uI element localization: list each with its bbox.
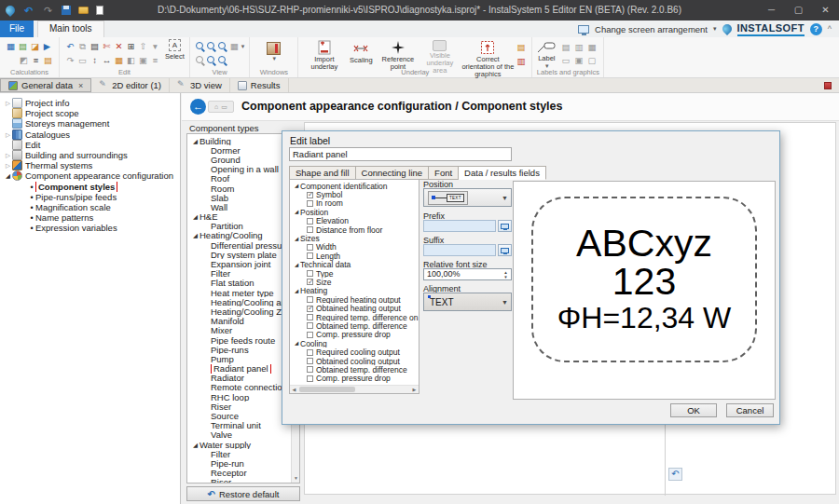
- tab-connecting-line[interactable]: Connecting line: [356, 166, 430, 180]
- graphic-tool-icon[interactable]: ▣: [572, 54, 585, 66]
- file-menu-button[interactable]: File: [0, 20, 34, 37]
- change-screen-arrangement-button[interactable]: Change screen arrangement: [595, 24, 708, 34]
- position-dropdown[interactable]: TEXT ▼: [423, 188, 512, 207]
- tab-font[interactable]: Font: [429, 166, 459, 180]
- tab-3d-view[interactable]: 3D view: [170, 78, 230, 92]
- expander-icon[interactable]: [293, 235, 300, 243]
- alignment-dropdown[interactable]: TEXT ▼: [423, 293, 512, 311]
- component-type-item[interactable]: Receptor: [187, 469, 291, 478]
- close-button[interactable]: ✕: [812, 0, 839, 20]
- tab-data-results-fields[interactable]: Data / results fields: [459, 166, 546, 180]
- data-field-item[interactable]: Technical data: [290, 261, 419, 269]
- cancel-button[interactable]: Cancel: [726, 403, 774, 417]
- checkbox[interactable]: [307, 306, 313, 312]
- spinner-arrows-icon[interactable]: ▲▼: [502, 269, 510, 279]
- scaling-button[interactable]: Scaling: [345, 39, 377, 67]
- import-underlay-button[interactable]: Import underlay: [303, 39, 345, 67]
- select-button[interactable]: A Select: [165, 39, 185, 67]
- paste-icon[interactable]: ▤: [89, 40, 101, 52]
- component-type-item[interactable]: Expansion joint: [187, 259, 291, 268]
- expander-icon[interactable]: [4, 161, 12, 170]
- prefix-input[interactable]: [423, 220, 496, 232]
- windows-dropdown-icon[interactable]: ▾: [273, 55, 277, 62]
- nav-tree-item[interactable]: Component appearance configuration: [0, 170, 180, 181]
- nav-tree-item[interactable]: Expression variables: [0, 223, 180, 233]
- scroll-down-icon[interactable]: ▼: [292, 474, 300, 483]
- component-type-item[interactable]: Mixer: [187, 326, 291, 335]
- collapse-ribbon-button[interactable]: ^: [828, 24, 832, 34]
- checkbox[interactable]: [307, 358, 313, 364]
- scroll-left-icon[interactable]: ◀: [290, 386, 298, 393]
- flip-vertical-icon[interactable]: ↕: [89, 54, 101, 66]
- zoom-window-icon[interactable]: [217, 41, 228, 52]
- calculations-icon[interactable]: ▦: [5, 40, 17, 52]
- frame-icon[interactable]: ▭: [76, 54, 89, 66]
- nav-tree-item[interactable]: Thermal systems: [0, 160, 180, 170]
- component-type-item[interactable]: Roof: [187, 174, 291, 184]
- component-type-item[interactable]: Heat meter type: [187, 288, 291, 297]
- label-button[interactable]: Label ▾: [537, 39, 556, 67]
- component-type-item[interactable]: Heating/Cooling area: [187, 297, 291, 306]
- graphic-tool-icon[interactable]: ▦: [585, 41, 598, 53]
- component-type-item[interactable]: Source: [187, 411, 291, 420]
- view-more-icon[interactable]: ▾: [241, 43, 245, 50]
- back-button[interactable]: [190, 99, 206, 115]
- component-type-item[interactable]: Dormer: [187, 145, 291, 155]
- help-button[interactable]: ?: [810, 23, 822, 35]
- data-field-item[interactable]: Type: [290, 269, 419, 278]
- checkbox[interactable]: [307, 375, 313, 382]
- checkbox[interactable]: [307, 244, 313, 251]
- nav-tree-item[interactable]: Building and surroundings: [0, 150, 180, 160]
- component-type-item[interactable]: Opening in a wall: [187, 165, 291, 174]
- compare-icon[interactable]: ≡: [30, 54, 42, 66]
- redo-icon[interactable]: ↷: [64, 54, 76, 66]
- nav-tree-item[interactable]: Magnification scale: [0, 202, 180, 212]
- data-field-item[interactable]: Width: [290, 243, 419, 252]
- checkbox[interactable]: [307, 270, 313, 277]
- component-type-item[interactable]: Manifold: [187, 317, 291, 326]
- data-field-item[interactable]: Required temp. difference on: [290, 313, 419, 321]
- prefix-expression-button[interactable]: [498, 220, 512, 232]
- scroll-right-icon[interactable]: ▶: [410, 386, 419, 393]
- run-calculation-icon[interactable]: ▶: [41, 40, 53, 52]
- layers-icon[interactable]: ≡: [149, 54, 161, 66]
- data-field-item[interactable]: Position: [290, 208, 419, 216]
- component-type-item[interactable]: RHC loop: [187, 392, 291, 402]
- expander-icon[interactable]: [191, 441, 199, 449]
- graphic-tool-icon[interactable]: ▤: [559, 41, 571, 53]
- flip-horizontal-icon[interactable]: ↔: [101, 54, 113, 66]
- checkbox[interactable]: [307, 200, 313, 207]
- checkbox[interactable]: [307, 226, 313, 233]
- label-name-input[interactable]: Radiant panel: [289, 147, 512, 161]
- maximize-button[interactable]: ▢: [785, 0, 812, 20]
- graphic-tool-icon[interactable]: ▥: [572, 41, 585, 53]
- data-field-item[interactable]: Component identification: [290, 182, 419, 190]
- data-field-item[interactable]: Required heating output: [290, 295, 419, 304]
- component-type-item[interactable]: Remote connection: [187, 383, 291, 392]
- expander-icon[interactable]: [4, 99, 12, 107]
- component-type-item[interactable]: Dry system plate: [187, 250, 291, 259]
- graphic-tool-icon[interactable]: ▭: [559, 54, 571, 66]
- data-field-item[interactable]: Heating: [290, 287, 419, 295]
- underlay-option-icon[interactable]: ▤: [515, 41, 527, 53]
- component-type-item[interactable]: Ground: [187, 155, 291, 164]
- restore-default-button[interactable]: Restore default: [186, 486, 300, 501]
- zoom-out-icon[interactable]: [206, 41, 217, 52]
- component-type-item[interactable]: Pipe-runs: [187, 345, 291, 354]
- diagnostics-icon[interactable]: ◪: [29, 40, 41, 52]
- restore-icon-button[interactable]: [668, 468, 682, 481]
- close-tab-icon[interactable]: ×: [78, 81, 83, 90]
- zoom-in-icon[interactable]: [195, 41, 206, 52]
- component-type-item[interactable]: Flat station: [187, 279, 291, 288]
- undo-icon[interactable]: [22, 4, 34, 17]
- group-icon[interactable]: ▣: [137, 54, 149, 66]
- zoom-previous-icon[interactable]: [195, 55, 206, 66]
- nav-tree-item[interactable]: Project info: [0, 98, 180, 108]
- component-type-item[interactable]: Terminal unit: [187, 421, 291, 430]
- reference-point-button[interactable]: Reference point: [377, 39, 419, 67]
- suffix-expression-button[interactable]: [498, 244, 512, 256]
- more-edit-icon[interactable]: ▾: [149, 40, 161, 52]
- checkbox[interactable]: [307, 332, 313, 338]
- calc-options-icon[interactable]: ◩: [18, 54, 30, 66]
- data-field-item[interactable]: Cooling: [290, 339, 419, 347]
